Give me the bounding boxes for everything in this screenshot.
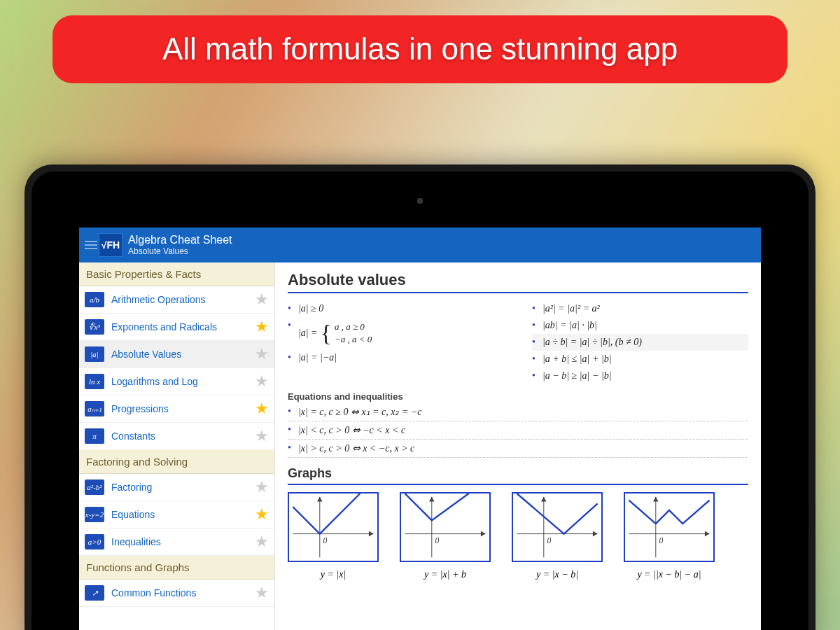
sidebar-item-label: Arithmetic Operations [111, 294, 255, 305]
sidebar-item[interactable]: |a|Absolute Values★ [79, 341, 274, 368]
svg-text:0: 0 [323, 536, 328, 545]
svg-marker-13 [541, 497, 547, 502]
content-title: Absolute values [288, 271, 748, 289]
formula-row: •|a| ={a , a ≥ 0−a , a < 0 [288, 317, 504, 349]
formula-row: •|x| = c, c ≥ 0 ⇔ x₁ = c, x₂ = −c [288, 403, 748, 421]
graph-box[interactable]: 0y = |x| + b [400, 492, 491, 580]
app-header: √FH Algebra Cheat Sheet Absolute Values [79, 227, 761, 262]
sidebar-item[interactable]: ln xLogarithms and Log★ [79, 368, 274, 396]
star-icon[interactable]: ★ [255, 345, 269, 363]
formula-row: •|a ÷ b| = |a| ÷ |b|, (b ≠ 0) [532, 334, 748, 351]
formula-row: •|a − b| ≥ |a| − |b| [532, 368, 748, 384]
star-icon[interactable]: ★ [255, 505, 269, 524]
svg-text:0: 0 [659, 536, 664, 545]
sidebar-item[interactable]: ∜x³Exponents and Radicals★ [79, 314, 274, 341]
sidebar-item-label: Common Functions [111, 587, 255, 598]
camera-dot [417, 198, 423, 204]
star-icon[interactable]: ★ [255, 318, 269, 336]
sidebar-item[interactable]: a²-b²Factoring★ [79, 474, 274, 501]
sidebar-item-label: Exponents and Radicals [111, 321, 255, 332]
app-logo: √FH [99, 233, 122, 257]
star-icon[interactable]: ★ [255, 290, 269, 309]
subsection-title: Equations and inequalities [288, 391, 748, 402]
sidebar: Basic Properties & Factsa/bArithmetic Op… [79, 262, 275, 630]
equations-list: •|x| = c, c ≥ 0 ⇔ x₁ = c, x₂ = −c•|x| < … [288, 403, 748, 458]
svg-marker-16 [705, 531, 710, 537]
sidebar-item-label: Logarithms and Log [111, 376, 255, 387]
topic-icon: ln x [85, 374, 104, 389]
graphs-row: 0y = |x|0y = |x| + b0y = |x − b|0y = ||x… [288, 492, 748, 580]
sidebar-item-label: Inequalities [111, 536, 255, 547]
topic-icon: aₙ₊₁ [85, 401, 104, 416]
formula-column-right: •|a²| = |a|² = a²•|ab| = |a| · |b|•|a ÷ … [532, 300, 748, 384]
formula-column-left: •|a| ≥ 0•|a| ={a , a ≥ 0−a , a < 0•|a| =… [288, 300, 504, 384]
sidebar-item[interactable]: ↗Common Functions★ [79, 580, 274, 607]
graph-box[interactable]: 0y = |x − b| [512, 492, 603, 580]
content-pane: Absolute values •|a| ≥ 0•|a| ={a , a ≥ 0… [275, 262, 761, 630]
graph-box[interactable]: 0y = ||x − b| − a| [624, 492, 715, 580]
banner-text: All math formulas in one stunning app [162, 31, 678, 66]
svg-marker-6 [481, 531, 486, 537]
svg-marker-11 [593, 531, 598, 537]
formula-row: •|x| > c, c > 0 ⇔ x < −c, x > c [288, 440, 748, 458]
topic-icon: a>0 [85, 534, 104, 550]
graph-box[interactable]: 0y = |x| [288, 492, 379, 580]
topic-icon: ∜x³ [85, 319, 104, 335]
star-icon[interactable]: ★ [255, 400, 269, 418]
sidebar-item[interactable]: aₙ₊₁Progressions★ [79, 396, 274, 423]
star-icon[interactable]: ★ [255, 584, 269, 602]
topic-icon: |a| [85, 346, 104, 362]
topic-icon: a²-b² [85, 479, 104, 495]
sidebar-section-header: Factoring and Solving [79, 450, 274, 474]
svg-marker-18 [653, 497, 659, 502]
topic-icon: ↗ [85, 585, 104, 601]
sidebar-item-label: Absolute Values [111, 349, 255, 360]
svg-marker-3 [317, 497, 323, 502]
sidebar-item-label: Progressions [111, 403, 255, 414]
sidebar-item-label: Equations [111, 509, 255, 520]
topic-icon: a/b [85, 292, 104, 307]
formula-row: •|ab| = |a| · |b| [532, 317, 748, 334]
app-logo-text: √FH [102, 239, 120, 251]
formula-row: •|a| ≥ 0 [288, 300, 504, 317]
star-icon[interactable]: ★ [255, 533, 269, 551]
sidebar-item[interactable]: x-y=2Equations★ [79, 501, 274, 528]
sidebar-item[interactable]: πConstants★ [79, 423, 274, 450]
promo-banner: All math formulas in one stunning app [52, 15, 788, 83]
divider [288, 292, 748, 293]
graph-caption: y = |x − b| [512, 569, 603, 580]
sidebar-item[interactable]: a/bArithmetic Operations★ [79, 286, 274, 314]
topic-icon: π [85, 428, 104, 444]
star-icon[interactable]: ★ [255, 478, 269, 496]
svg-text:0: 0 [547, 536, 552, 545]
star-icon[interactable]: ★ [255, 427, 269, 445]
graph-caption: y = ||x − b| − a| [624, 569, 715, 580]
formula-row: •|x| < c, c > 0 ⇔ −c < x < c [288, 421, 748, 440]
graph-caption: y = |x| [288, 569, 379, 580]
svg-marker-1 [369, 531, 374, 537]
svg-marker-8 [429, 497, 435, 502]
sidebar-item[interactable]: a>0Inequalities★ [79, 528, 274, 556]
svg-text:0: 0 [435, 536, 440, 545]
app-screen: √FH Algebra Cheat Sheet Absolute Values … [79, 227, 761, 630]
app-title: Algebra Cheat Sheet [128, 233, 232, 246]
formula-row: •|a²| = |a|² = a² [532, 300, 748, 317]
tablet-frame: √FH Algebra Cheat Sheet Absolute Values … [24, 164, 816, 630]
star-icon[interactable]: ★ [255, 372, 269, 391]
formula-row: •|a + b| ≤ |a| + |b| [532, 351, 748, 368]
sidebar-section-header: Basic Properties & Facts [79, 262, 274, 286]
hamburger-icon[interactable] [85, 241, 97, 249]
app-subtitle: Absolute Values [128, 246, 232, 256]
sidebar-item-label: Constants [111, 430, 255, 442]
sidebar-item-label: Factoring [111, 482, 255, 493]
divider [288, 484, 748, 485]
graph-caption: y = |x| + b [400, 569, 491, 580]
graphs-title: Graphs [288, 466, 748, 481]
sidebar-section-header: Functions and Graphs [79, 556, 274, 580]
topic-icon: x-y=2 [85, 507, 104, 522]
formula-row: •|a| = |−a| [288, 349, 504, 366]
